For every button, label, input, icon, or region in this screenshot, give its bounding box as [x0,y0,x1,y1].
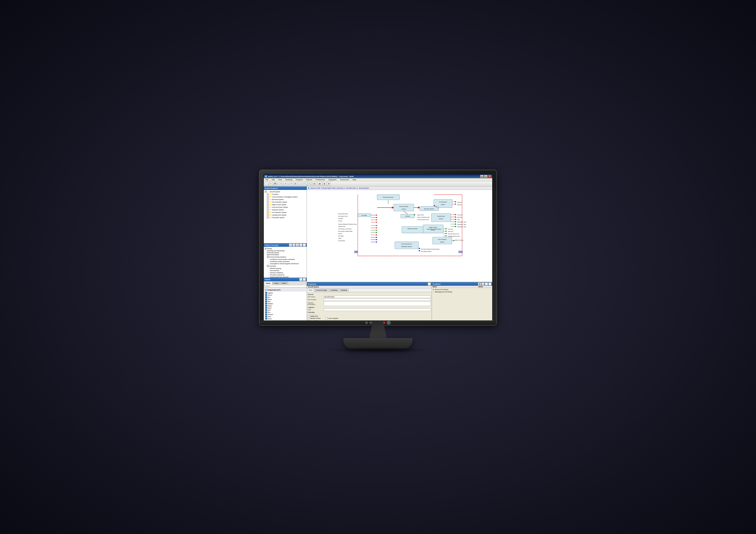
expand-components[interactable]: ▼ [265,289,267,291]
fc-item-chemical[interactable]: Chemical property [264,252,306,254]
problems-refresh[interactable]: ↻ [488,283,491,286]
expand-landing[interactable]: ▷ [267,214,269,216]
expand-aircraft[interactable]: ▼ [265,191,267,193]
expand-fuel[interactable]: ▷ [267,206,269,208]
monitor-btn-2[interactable] [369,321,372,324]
landing-gear-box[interactable] [431,214,451,221]
fc-item-dynamic[interactable]: ▷ Dynamic imbalance [264,271,306,274]
toolbar-zoom-out[interactable]: 🔍 [308,182,312,186]
toolbar-zoom-in[interactable]: 🔍 [304,182,308,186]
fc-item-blocked[interactable]: ▷ Blocked opening [264,267,306,269]
monitor-btn-power[interactable] [387,320,391,325]
palette-item-bulb[interactable]: Bulb [265,316,306,318]
palette-item-belt[interactable]: Belt [265,300,306,302]
expand-design[interactable]: ▼ [265,247,267,249]
menu-reports[interactable]: Reports [305,179,313,181]
tree-item-fuel[interactable]: ▷ 📁 Fuel and Power System [264,206,306,208]
problems-settings[interactable]: ⚙ [485,283,488,286]
physical-desc-input[interactable] [324,301,431,306]
palette-add[interactable]: + [299,278,302,281]
menu-edit[interactable]: Edit [271,179,276,181]
comm-nav-box[interactable] [395,242,418,249]
tree-item-ice[interactable]: ▷ 📁 Ice Protection System [264,211,306,214]
safety-item-checkbox[interactable] [308,315,310,317]
tree-item-electrical[interactable]: ▷ 📁 Electrical System [264,198,306,201]
palette-item-block[interactable]: Block [265,307,306,309]
expand-pneumatic[interactable]: ▷ [267,216,269,218]
fc-item-flow-geo[interactable]: ▷ Inappropriate flow geometry [264,276,306,278]
expand-fire[interactable]: ▷ [267,201,269,203]
breadcrumb-end-effect[interactable]: End Effect Item [346,187,356,189]
hydraulic-box[interactable] [402,226,423,233]
menu-integration[interactable]: Integration [328,179,338,181]
diagram-area[interactable]: 🔷 Mission Profile: Training Flight Profi… [307,187,492,282]
fc-settings[interactable]: ⚙ [303,243,306,246]
lcn-input[interactable] [324,309,431,311]
toolbar-fit[interactable]: ⊞ [312,182,316,186]
tree-item-fire[interactable]: ▷ 📁 Fire Protection System [264,201,306,203]
fc-orange[interactable]: ● [299,243,302,246]
fc-green[interactable]: ● [292,243,295,246]
palette-item-agitator[interactable]: Agitator [265,292,306,294]
tree-item-hydraulic[interactable]: ▷ 📁 Hydraulic System [264,208,306,211]
toolbar-paste[interactable]: 📋 [298,182,302,186]
palette-item-armor[interactable]: Armor [265,294,306,296]
fc-item-surface[interactable]: ▷ Insufficient surface protection [264,260,306,263]
palette-item-brush[interactable]: Brush [265,318,306,320]
fc-item-env[interactable]: ▼ Environmental protection [264,256,306,258]
toolbar-settings[interactable]: ⚙ [327,182,331,186]
palette-item-bar[interactable]: Bar [265,296,306,298]
menu-modeling[interactable]: Modeling [284,179,293,181]
tab-outline[interactable]: Outline [280,282,288,285]
tab-reliability[interactable]: Reliability [339,289,349,292]
palette-item-beam[interactable]: Beam [265,298,306,300]
palette-item-box[interactable]: Box [265,311,306,313]
fc-item-clearance[interactable]: ▷ Excessive clearances [264,274,306,276]
fuel-power-box[interactable] [394,204,414,211]
palette-item-blade[interactable]: Blade [265,305,306,307]
menu-teamcenter[interactable]: Teamcenter [339,179,350,181]
palette-item-bracket[interactable]: Bracket [265,313,306,316]
expand-comm-nav[interactable]: ▷ [267,196,269,198]
palette-search[interactable] [264,285,306,288]
mission-critical-checkbox[interactable] [308,318,310,319]
fc-red[interactable]: ● [296,243,299,246]
expand-electrical[interactable]: ▷ [267,198,269,200]
toolbar-new[interactable]: 📄 [265,182,269,186]
expand-functions[interactable]: ▷ [267,193,269,195]
monitor-btn-1[interactable] [365,321,368,324]
tab-availability[interactable]: Availability [329,289,339,292]
fc-item-electrical-prop[interactable]: Electrical property [264,254,306,256]
toolbar-stop[interactable]: ■ [322,182,326,186]
fc-item-env-constraint[interactable]: ▷ Insufficient environmental constraints [264,258,306,260]
fc-item-assembly[interactable]: Assembly and reassembly [264,250,306,252]
palette-item-bladder[interactable]: Bladder [265,302,306,305]
toolbar-save[interactable]: 💾 [273,182,277,186]
fire-prot-box[interactable] [433,237,452,244]
menu-preferences[interactable]: Preferences [315,179,326,181]
toolbar-copy[interactable]: ⧉ [293,182,297,186]
menu-help[interactable]: Help [352,179,357,181]
tab-technical-budget[interactable]: Technical Budget [314,289,328,292]
tab-bond[interactable]: Bond [307,289,314,292]
tree-item-landing[interactable]: ▷ 📁 Landing Gear System [264,214,306,216]
minimize-button[interactable]: — [480,175,484,178]
breadcrumb-mission[interactable]: Mission Profile: Training Flight Profile… [310,187,343,189]
loss-of-system-checkbox[interactable] [325,318,327,319]
menu-file[interactable]: File [265,179,269,181]
close-button[interactable]: ✕ [488,175,491,178]
item-number-input[interactable] [324,298,431,301]
tree-item-root[interactable]: ▼ 🖥 Aircraft System [264,191,306,193]
menu-view[interactable]: View [277,179,283,181]
tree-item-functions[interactable]: ▷ 📁 Functions [264,193,306,195]
toolbar-open[interactable]: 📂 [269,182,273,186]
fc-filter[interactable]: ▼ [289,243,292,246]
tree-item-comm-nav[interactable]: ▷ 📁 Communications & Navigation System [264,195,306,198]
fc-item-disconnected[interactable]: ▷ Disconnected [264,269,306,271]
expand-geometry[interactable]: ▼ [267,265,269,267]
toolbar-cut[interactable]: ✂ [289,182,293,186]
toolbar-play[interactable]: ▶ [318,182,322,186]
menu-analyses[interactable]: Analyses [295,179,304,181]
fc-item-emi[interactable]: ▷ Susceptible to electromagnetic interfe… [264,263,306,265]
expand-env[interactable]: ▼ [267,256,269,258]
